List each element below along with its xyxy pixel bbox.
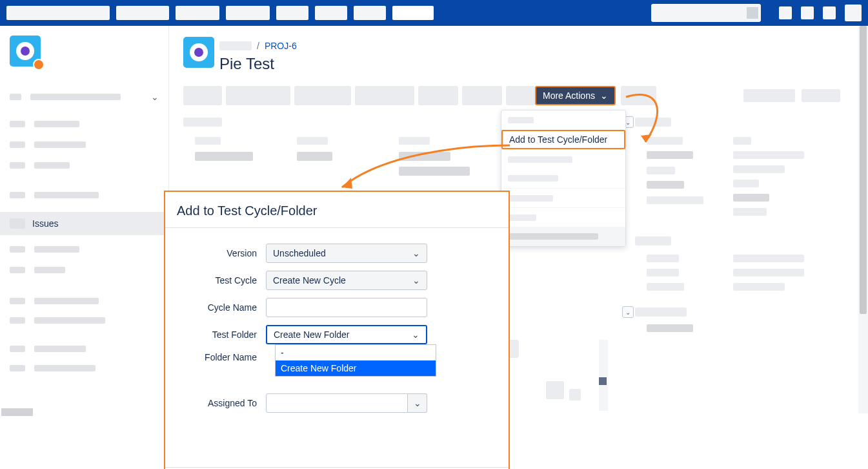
sidebar-item-label: Issues — [32, 218, 58, 229]
sidebar: ⌄ Issues — [0, 26, 169, 469]
detail-placeholder — [195, 152, 253, 161]
label-assigned-to: Assigned To — [176, 398, 266, 408]
test-folder-value: Create New Folder — [274, 329, 350, 340]
test-cycle-select[interactable]: Create New Cycle ⌄ — [266, 271, 427, 290]
toolbar-button-placeholder[interactable] — [226, 86, 290, 105]
nav-item-placeholder[interactable] — [116, 6, 169, 20]
thumb-placeholder — [569, 389, 581, 401]
sidebar-item-issues[interactable]: Issues — [0, 212, 168, 235]
option-dash[interactable]: - — [276, 345, 436, 360]
detail-placeholder — [733, 137, 751, 145]
breadcrumb-issue-link[interactable]: PROJ-6 — [265, 41, 297, 51]
search-icon — [747, 7, 758, 19]
version-select[interactable]: Unscheduled ⌄ — [266, 244, 427, 263]
version-value: Unscheduled — [273, 248, 326, 258]
menu-item-placeholder[interactable] — [501, 227, 625, 246]
detail-placeholder — [195, 137, 221, 145]
project-icon[interactable] — [10, 36, 41, 67]
scrollbar-thumb[interactable] — [860, 26, 867, 314]
menu-item-placeholder[interactable] — [501, 169, 625, 188]
detail-placeholder — [647, 137, 683, 145]
detail-placeholder — [647, 283, 684, 291]
meta-placeholder[interactable] — [743, 89, 795, 102]
nav-item-placeholder[interactable] — [315, 6, 347, 20]
top-nav — [0, 0, 868, 26]
label-test-cycle: Test Cycle — [176, 275, 266, 286]
toolbar-button-placeholder[interactable] — [462, 86, 502, 105]
test-folder-options: - Create New Folder — [275, 344, 436, 377]
toolbar-button-placeholder[interactable] — [183, 86, 222, 105]
breadcrumb-project-placeholder[interactable] — [219, 41, 252, 50]
toolbar-button-placeholder[interactable] — [418, 86, 458, 105]
detail-placeholder — [297, 137, 328, 145]
badge-icon — [33, 59, 45, 70]
nav-item-placeholder[interactable] — [392, 6, 434, 20]
nav-item-placeholder[interactable] — [226, 6, 270, 20]
toolbar-button-placeholder[interactable] — [294, 86, 351, 105]
label-cycle-name: Cycle Name — [176, 302, 266, 313]
detail-placeholder — [399, 152, 450, 161]
nav-icon-button[interactable] — [823, 6, 836, 19]
menu-item-add-to-cycle[interactable]: Add to Test Cycle/Folder — [501, 130, 625, 149]
assigned-to-dropdown-button[interactable]: ⌄ — [408, 393, 427, 413]
menu-item-placeholder[interactable] — [501, 188, 625, 207]
attachment-panel — [537, 340, 608, 411]
page-title: Pie Test — [219, 55, 274, 73]
nav-icon-button[interactable] — [779, 6, 792, 19]
nav-icon-button[interactable] — [801, 6, 814, 19]
chevron-down-icon: ⌄ — [600, 90, 608, 101]
detail-placeholder — [733, 151, 804, 159]
detail-placeholder — [647, 167, 675, 174]
chevron-down-icon: ⌄ — [412, 275, 420, 286]
detail-placeholder — [647, 324, 693, 332]
menu-item-placeholder[interactable] — [501, 149, 625, 169]
detail-placeholder — [733, 180, 759, 187]
test-folder-select[interactable]: Create New Folder ⌄ — [266, 325, 427, 344]
cycle-name-input[interactable] — [266, 298, 427, 317]
breadcrumb: / PROJ-6 — [219, 41, 297, 51]
assigned-to-combo[interactable]: ⌄ — [266, 393, 427, 413]
detail-placeholder — [183, 118, 222, 127]
detail-placeholder — [635, 118, 671, 127]
detail-placeholder — [399, 137, 430, 145]
detail-placeholder — [733, 269, 804, 276]
detail-placeholder — [647, 151, 693, 159]
add-to-cycle-dialog: Add to Test Cycle/Folder Version Unsched… — [164, 191, 510, 469]
issue-type-icon — [183, 37, 214, 68]
sidebar-resize-handle[interactable] — [1, 408, 33, 416]
chevron-down-icon[interactable]: ⌄ — [151, 92, 159, 102]
nav-item-placeholder[interactable] — [354, 6, 386, 20]
detail-placeholder — [733, 283, 785, 291]
detail-placeholder — [647, 181, 684, 189]
meta-placeholder[interactable] — [802, 89, 840, 102]
test-cycle-value: Create New Cycle — [273, 275, 346, 286]
chevron-down-icon[interactable]: ⌄ — [622, 306, 634, 318]
label-test-folder: Test Folder — [176, 329, 266, 340]
avatar[interactable] — [845, 5, 862, 21]
search-input[interactable] — [651, 4, 761, 22]
detail-placeholder — [733, 255, 804, 262]
menu-item-placeholder[interactable] — [501, 207, 625, 227]
chevron-down-icon: ⌄ — [412, 248, 420, 258]
detail-placeholder — [635, 236, 671, 245]
detail-placeholder — [647, 269, 679, 276]
more-actions-label: More Actions — [543, 90, 595, 101]
option-create-new-folder[interactable]: Create New Folder — [276, 360, 436, 376]
nav-logo-placeholder — [6, 6, 110, 20]
menu-item-placeholder[interactable] — [501, 110, 625, 130]
toolbar-button-placeholder[interactable] — [506, 86, 535, 105]
more-actions-menu: Add to Test Cycle/Folder — [501, 110, 626, 247]
nav-item-placeholder[interactable] — [176, 6, 219, 20]
detail-placeholder — [635, 307, 687, 317]
detail-placeholder — [733, 165, 785, 173]
more-actions-button[interactable]: More Actions ⌄ — [535, 86, 616, 105]
nav-item-placeholder[interactable] — [276, 6, 308, 20]
assigned-to-input[interactable] — [266, 393, 408, 413]
detail-placeholder — [733, 208, 767, 216]
menu-item-label: Add to Test Cycle/Folder — [509, 134, 607, 145]
label-folder-name: Folder Name — [176, 352, 266, 362]
chevron-up-icon[interactable] — [599, 377, 607, 385]
toolbar-button-placeholder[interactable] — [621, 86, 656, 105]
thumb-placeholder — [546, 381, 564, 399]
toolbar-button-placeholder[interactable] — [355, 86, 414, 105]
